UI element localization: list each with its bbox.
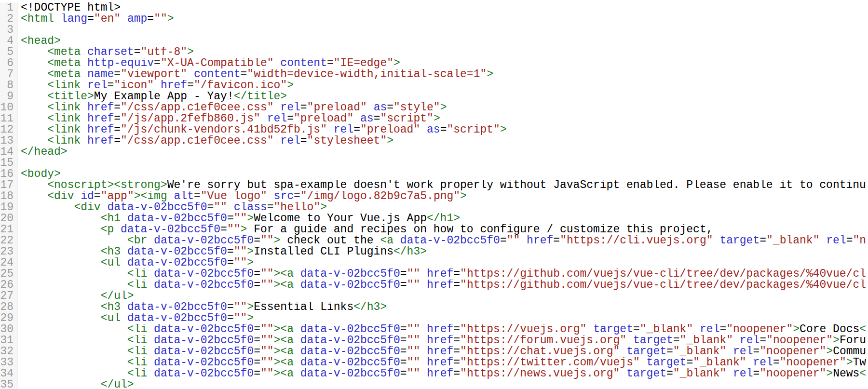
token-val: "script" — [380, 113, 433, 124]
token-tag: </ul> — [101, 291, 134, 302]
token-tag: <a — [280, 335, 294, 346]
token-tag: <div — [74, 202, 100, 213]
token-val: "" — [214, 202, 227, 213]
token-txt — [21, 357, 127, 368]
token-tag: > — [274, 368, 281, 379]
token-attr: data-v-02bcc5f0 — [154, 335, 254, 346]
token-txt — [81, 58, 87, 69]
token-attr: rel — [87, 80, 107, 91]
token-val: "https://forum.vuejs.org" — [460, 335, 626, 346]
token-txt: = — [294, 191, 300, 202]
token-val: "viewport" — [121, 69, 187, 80]
token-val: "n — [853, 235, 867, 246]
token-val: "preload" — [307, 102, 367, 113]
token-attr: data-v-02bcc5f0 — [107, 202, 207, 213]
token-txt: = — [227, 246, 234, 257]
token-tag: > — [387, 135, 393, 147]
code-line-content: <link href="/js/chunk-vendors.41bd52fb.j… — [17, 124, 868, 135]
line-number: 4 — [0, 36, 17, 47]
token-tag: > — [274, 280, 281, 291]
token-txt: = — [753, 368, 760, 379]
token-txt: = — [300, 102, 307, 113]
token-attr: id — [81, 191, 94, 202]
token-txt — [21, 69, 47, 80]
token-tag: > — [833, 335, 840, 346]
token-txt — [294, 357, 300, 368]
code-line: 13 <link href="/css/app.c1ef0cee.css" re… — [0, 135, 868, 147]
token-txt — [147, 324, 154, 335]
token-val: "_blank" — [766, 235, 819, 246]
code-line-content: <div id="app"><img alt="Vue logo" src="/… — [17, 191, 868, 202]
token-txt — [147, 368, 154, 379]
token-txt: = — [187, 80, 194, 91]
token-val: "preload" — [294, 113, 353, 124]
token-tag: > — [274, 346, 281, 357]
token-txt — [114, 224, 121, 235]
token-attr: href — [427, 324, 453, 335]
code-line: 12 <link href="/js/chunk-vendors.41bd52f… — [0, 124, 868, 135]
line-number: 18 — [0, 191, 17, 202]
token-val: "https://cli.vuejs.org" — [560, 235, 713, 246]
token-tag: <title> — [47, 91, 94, 102]
token-txt — [393, 235, 400, 246]
token-txt: = — [241, 69, 247, 80]
token-txt — [726, 368, 733, 379]
source-code-viewer[interactable]: 1<!DOCTYPE html>2<html lang="en" amp="">… — [0, 0, 868, 389]
token-attr: data-v-02bcc5f0 — [121, 224, 220, 235]
code-line: 5 <meta charset="utf-8"> — [0, 47, 868, 58]
token-txt — [294, 268, 300, 280]
token-attr: rel — [280, 135, 300, 147]
token-txt: News — [833, 368, 859, 379]
token-txt: = — [760, 335, 766, 346]
token-txt: = — [147, 13, 154, 25]
code-line: 1<!DOCTYPE html> — [0, 2, 868, 13]
token-tag: <li — [127, 324, 147, 335]
token-tag: <h3 — [101, 246, 121, 257]
code-line: 20 <h1 data-v-02bcc5f0="">Welcome to You… — [0, 213, 868, 224]
token-txt — [21, 102, 47, 113]
token-txt — [294, 346, 300, 357]
code-line: 26 <li data-v-02bcc5f0=""><a data-v-02bc… — [0, 280, 868, 291]
line-number: 24 — [0, 257, 17, 268]
token-tag: <meta — [47, 47, 81, 58]
token-attr: as — [427, 124, 440, 135]
token-txt — [81, 124, 87, 135]
token-attr: target — [719, 235, 760, 246]
token-txt: = — [254, 235, 260, 246]
token-tag: <a — [280, 368, 294, 379]
token-txt: = — [400, 357, 407, 368]
token-txt — [21, 113, 47, 124]
token-attr: lang — [61, 13, 87, 25]
token-txt — [21, 257, 101, 268]
token-attr: data-v-02bcc5f0 — [400, 235, 500, 246]
token-val: "https://twitter.com/vuejs" — [460, 357, 640, 368]
token-tag: <p — [101, 224, 114, 235]
token-val: "" — [234, 213, 247, 224]
token-txt: = — [254, 280, 260, 291]
token-txt — [640, 357, 647, 368]
code-line: 3 — [0, 25, 868, 36]
token-txt: = — [94, 191, 101, 202]
token-txt: = — [453, 268, 460, 280]
token-tag: <meta — [47, 58, 81, 69]
token-val: "" — [234, 246, 247, 257]
code-line-content: <li data-v-02bcc5f0=""><a data-v-02bcc5f… — [17, 368, 868, 379]
code-line: 9 <title>My Example App - Yay!</title> — [0, 91, 868, 102]
token-txt — [101, 202, 108, 213]
token-val: "/css/app.c1ef0cee.css" — [121, 102, 273, 113]
token-attr: class — [234, 202, 267, 213]
token-val: "https://github.com/vuejs/vue-cli/tree/d… — [460, 280, 866, 291]
line-number: 33 — [0, 357, 17, 368]
token-txt — [21, 291, 101, 302]
token-attr: rel — [733, 346, 753, 357]
token-attr: data-v-02bcc5f0 — [127, 257, 227, 268]
code-line-content: <meta http-equiv="X-UA-Compatible" conte… — [17, 58, 868, 69]
token-attr: data-v-02bcc5f0 — [154, 368, 254, 379]
token-val: "/js/app.2fefb860.js" — [121, 113, 260, 124]
code-line: 25 <li data-v-02bcc5f0=""><a data-v-02bc… — [0, 268, 868, 280]
token-txt — [147, 335, 154, 346]
code-line-content: </ul> — [17, 291, 868, 302]
token-attr: target — [647, 357, 687, 368]
token-txt: = — [114, 124, 121, 135]
line-number: 10 — [0, 102, 17, 113]
